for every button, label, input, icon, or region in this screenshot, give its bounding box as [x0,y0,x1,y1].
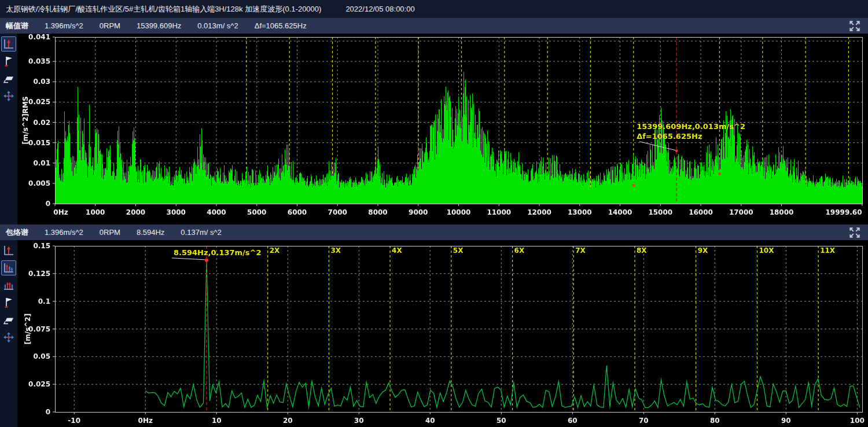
envelope-spectrum-canvas[interactable] [17,240,868,427]
envelope-toolbar [0,240,17,427]
amplitude-section-title: 幅值谱 [6,21,28,31]
amplitude-delta-f: Δf=1065.625Hz [255,21,307,30]
amplitude-rms-value: 1.396m/s^2 [45,21,83,30]
envelope-section-title: 包络谱 [6,227,28,238]
amplitude-section-header: 幅值谱 1.396m/s^2 0RPM 15399.609Hz 0.013m/ … [0,18,868,34]
sideband-cursor-tool[interactable] [1,278,16,293]
single-cursor-tool[interactable] [1,36,16,51]
amplitude-cursor-amplitude: 0.013m/ s^2 [197,21,238,30]
flag-tool[interactable] [1,54,16,69]
envelope-chart-section [0,240,868,427]
annotation-tool[interactable] [1,312,16,327]
envelope-rms-value: 1.396m/s^2 [45,228,83,237]
envelope-rpm-value: 0RPM [100,228,120,237]
flag-tool[interactable] [1,295,16,310]
vibration-analysis-app: 太原钢铁/冷轧硅钢厂/酸连轧作业区/5#主轧机/齿轮箱1轴输入端3H/128k … [0,0,868,427]
amplitude-expand-icon[interactable] [848,20,861,32]
amplitude-toolbar [0,34,17,224]
single-cursor-tool[interactable] [1,243,16,258]
harmonic-cursor-tool[interactable] [1,260,16,275]
envelope-expand-icon[interactable] [848,226,861,239]
amplitude-chart-section [0,34,868,224]
envelope-cursor-frequency: 8.594Hz [137,228,164,237]
pan-tool[interactable] [1,89,16,104]
measurement-path: 太原钢铁/冷轧硅钢厂/酸连轧作业区/5#主轧机/齿轮箱1轴输入端3H/128k … [6,4,321,14]
pan-tool[interactable] [1,330,16,345]
amplitude-rpm-value: 0RPM [100,21,120,30]
timestamp: 2022/12/05 08:00:00 [345,5,414,13]
envelope-section-header: 包络谱 1.396m/s^2 0RPM 8.594Hz 0.137m/ s^2 [0,224,868,240]
amplitude-cursor-frequency: 15399.609Hz [137,21,181,30]
envelope-cursor-amplitude: 0.137m/ s^2 [181,228,221,237]
title-bar: 太原钢铁/冷轧硅钢厂/酸连轧作业区/5#主轧机/齿轮箱1轴输入端3H/128k … [0,0,868,18]
amplitude-spectrum-canvas[interactable] [17,34,868,224]
annotation-tool[interactable] [1,71,16,86]
